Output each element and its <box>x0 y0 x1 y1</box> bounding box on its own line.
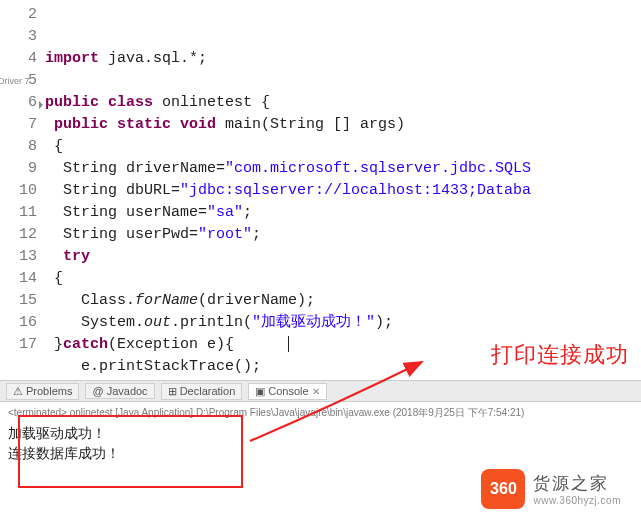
annotation-text: 打印连接成功 <box>491 340 629 370</box>
code-line: public class onlinetest { <box>45 94 270 111</box>
logo-name: 货源之家 <box>533 472 621 495</box>
tab-label: Declaration <box>180 385 236 397</box>
logo-badge: 360 <box>481 469 525 509</box>
tab-label: Console <box>268 385 308 397</box>
code-line: { <box>45 138 63 155</box>
code-editor[interactable]: 2 3 4 5 6 7 8 9 10 11 12 13 14 15 16 17 … <box>0 0 641 380</box>
javadoc-icon: @ <box>92 385 103 397</box>
console-header: <terminated> onlinetest [Java Applicatio… <box>8 404 633 423</box>
code-line: String dbURL="jdbc:sqlserver://localhost… <box>45 182 531 199</box>
console-line: 加载驱动成功！ <box>8 423 633 443</box>
watermark-logo: 360 货源之家 www.360hyzj.com <box>481 469 621 509</box>
code-line: import java.sql.*; <box>45 50 207 67</box>
code-line: }catch(Exception e){ <box>45 336 289 353</box>
console-icon: ▣ <box>255 385 265 398</box>
side-panel-label: Driver 7 <box>0 76 30 86</box>
code-line: System.out.println("加载驱动成功！"); <box>45 314 393 331</box>
code-line <box>45 72 54 89</box>
code-line: e.printStackTrace(); <box>45 358 261 375</box>
code-line <box>45 28 54 45</box>
declaration-icon: ⊞ <box>168 385 177 398</box>
code-line: String userName="sa"; <box>45 204 252 221</box>
code-line: try <box>45 248 90 265</box>
tab-javadoc[interactable]: @ Javadoc <box>85 383 154 399</box>
problems-icon: ⚠ <box>13 385 23 398</box>
code-line: public static void main(String [] args) <box>45 116 405 133</box>
tab-label: Problems <box>26 385 72 397</box>
close-icon[interactable]: ✕ <box>312 386 320 397</box>
tab-console[interactable]: ▣ Console ✕ <box>248 383 326 400</box>
console-line: 连接数据库成功！ <box>8 443 633 463</box>
console-output[interactable]: 加载驱动成功！ 连接数据库成功！ <box>8 423 633 463</box>
logo-url: www.360hyzj.com <box>533 495 621 506</box>
tab-label: Javadoc <box>107 385 148 397</box>
text-cursor <box>288 336 289 352</box>
tab-problems[interactable]: ⚠ Problems <box>6 383 79 400</box>
bottom-tabs: ⚠ Problems @ Javadoc ⊞ Declaration ▣ Con… <box>0 380 641 402</box>
code-content[interactable]: import java.sql.*; public class onlinete… <box>45 4 641 380</box>
code-line: { <box>45 270 63 287</box>
line-number-gutter: 2 3 4 5 6 7 8 9 10 11 12 13 14 15 16 17 <box>0 4 45 380</box>
code-line: String driverName="com.microsoft.sqlserv… <box>45 160 531 177</box>
code-line: String userPwd="root"; <box>45 226 261 243</box>
tab-declaration[interactable]: ⊞ Declaration <box>161 383 243 400</box>
console-panel: <terminated> onlinetest [Java Applicatio… <box>0 402 641 469</box>
code-line: Class.forName(driverName); <box>45 292 315 309</box>
